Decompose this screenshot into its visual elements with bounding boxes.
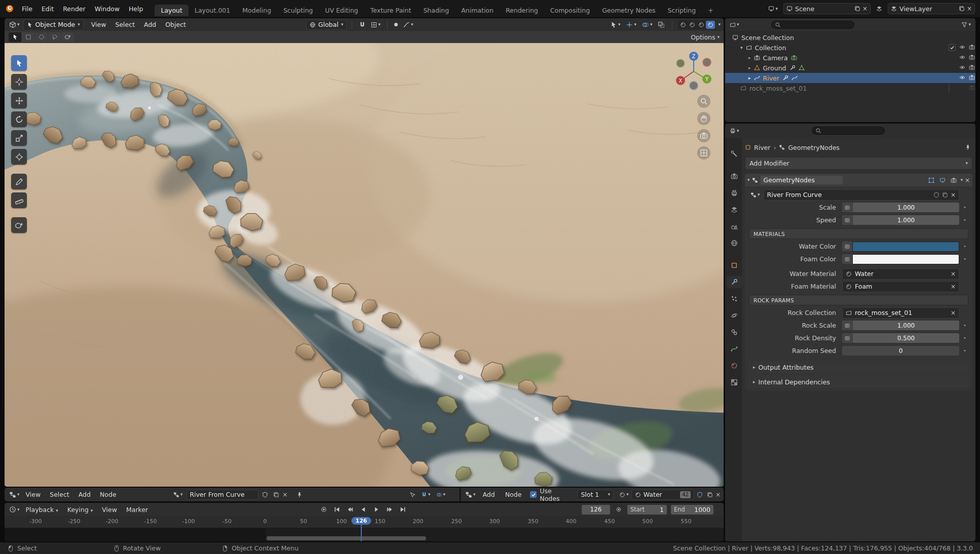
modifier-panel-header[interactable]: ▾ GeometryNodes ▾ × [745,174,972,186]
outliner-row-river[interactable]: ▸ River [725,73,975,83]
shading-rendered-button[interactable] [706,21,715,29]
material-fake-user-button[interactable] [695,491,704,499]
unlink-scene-icon[interactable]: × [862,6,868,12]
outliner-row-ground[interactable]: ▸ Ground [725,63,975,73]
node-tree-browse-button[interactable]: ▾ [172,491,184,499]
node-tree-name-field[interactable]: River From Curve [186,490,258,500]
expand-arrow-icon[interactable]: ▸ [748,76,751,81]
menu-add[interactable]: Add [139,21,161,28]
playhead-badge[interactable]: 126 [352,517,371,525]
tab-compositing[interactable]: Compositing [544,5,596,16]
tab-modifiers[interactable] [727,276,742,288]
outliner-row-collection[interactable]: ▾ Collection [725,43,975,53]
prev-keyframe-button[interactable] [345,505,355,514]
render-visibility-icon[interactable] [969,64,975,72]
tool-scale[interactable] [11,130,27,146]
scene-selector[interactable]: Scene × [783,3,871,14]
transform-orientation-dropdown[interactable]: Global ▾ [306,20,347,30]
modifier-extras-dropdown[interactable]: ▾ [960,178,963,182]
auto-key-button[interactable] [319,505,329,514]
viewport[interactable]: .rA{fill:url(#rockAg);stroke:#6b5640;str… [5,43,724,487]
node-unlink-button[interactable]: × [283,492,288,498]
shading-wireframe-button[interactable] [679,21,688,29]
breadcrumb-modifier[interactable]: GeometryNodes [788,144,839,151]
tab-scripting[interactable]: Scripting [662,5,702,16]
gizmos-dropdown[interactable]: ▾ [624,20,638,29]
fake-user-shield-icon[interactable] [933,192,939,198]
output-attributes-panel[interactable]: ▸ Output Attributes [749,361,968,373]
play-button[interactable] [371,505,382,514]
pin-id-button[interactable] [963,143,972,151]
tab-render[interactable] [727,170,742,182]
navigation-gizmo[interactable]: Z X Y [672,48,715,93]
menu-edit[interactable]: Edit [37,5,58,13]
tab-modeling[interactable]: Modeling [236,5,277,16]
select-box-button[interactable] [22,32,34,42]
tool-transform[interactable] [11,149,27,165]
unlink-water-material-icon[interactable]: × [951,271,956,277]
select-lasso-button[interactable] [48,32,61,42]
tool-rotate[interactable] [11,111,27,127]
tab-animation[interactable]: Animation [455,5,500,16]
menu-object[interactable]: Object [161,21,191,28]
viewlayer-selector[interactable]: ViewLayer × [888,3,975,14]
material-unlink-button[interactable]: × [715,492,721,498]
hide-eye-icon[interactable] [959,64,965,72]
hide-eye-icon[interactable] [959,74,965,82]
node-group-field[interactable]: River From Curve × [764,189,959,201]
new-viewlayer-icon[interactable] [959,6,965,12]
outliner-filter-button[interactable]: ▾ [960,21,972,29]
material-users-badge[interactable]: 42 [680,491,691,498]
tab-layout[interactable]: Layout [155,5,189,16]
play-reverse-button[interactable] [358,505,368,514]
outliner-search-input[interactable] [770,20,855,30]
snap-settings-dropdown[interactable]: ▾ [369,21,382,29]
node-editor-type-button[interactable]: ▾ [8,490,21,499]
tool-move[interactable] [11,93,27,108]
internal-dependencies-panel[interactable]: ▸ Internal Dependencies [749,376,968,388]
shader-menu-node[interactable]: Node [501,491,526,498]
foam-color-swatch[interactable] [852,254,959,264]
collection-exclude-checkbox[interactable] [949,85,950,92]
unlink-node-group-icon[interactable]: × [951,192,956,198]
expand-arrow-icon[interactable]: ▾ [740,46,743,50]
tab-layout-001[interactable]: Layout.001 [189,5,236,16]
tool-annotate[interactable] [11,174,27,189]
timeline-ruler[interactable]: -300 -250 -200 -150 -100 -50 0 50 100 15… [5,516,724,528]
outliner-row-camera[interactable]: ▸ Camera [725,53,975,63]
properties-editor-type-button[interactable]: ▾ [728,127,741,135]
use-nodes-checkbox[interactable] [530,491,537,498]
node-menu-select[interactable]: Select [45,491,74,498]
tab-sculpting[interactable]: Sculpting [277,5,319,16]
menu-render[interactable]: Render [58,5,90,13]
pan-button[interactable] [697,112,710,125]
outliner-row-rock-moss-set[interactable]: rock_moss_set_01 [725,83,975,93]
scene-browse-button[interactable]: ▾ [767,5,779,13]
unlink-rock-collection-icon[interactable]: × [951,310,956,316]
expand-arrow-icon[interactable]: ▸ [748,66,751,70]
rock-collection-field[interactable]: rock_moss_set_01 × [842,307,959,319]
material-name-field[interactable]: Water 42 [631,490,694,500]
node-menu-view[interactable]: View [21,491,46,498]
tab-world[interactable] [727,237,742,249]
render-visibility-icon[interactable] [969,74,975,82]
proportional-falloff-dropdown[interactable]: ▾ [401,20,415,29]
material-copy-button[interactable] [705,491,714,499]
current-frame-field[interactable]: 126 [582,505,610,515]
next-keyframe-button[interactable] [385,505,395,514]
keying-set-button[interactable] [614,505,623,513]
breadcrumb-object[interactable]: River [754,144,770,151]
timeline-menu-view[interactable]: View [97,506,122,513]
render-visibility-icon[interactable] [969,85,975,92]
snap-toggle-button[interactable] [357,20,367,29]
node-snap-button[interactable]: ▾ [420,491,432,499]
viewport-render[interactable]: .rA{fill:url(#rockAg);stroke:#6b5640;str… [5,43,724,487]
camera-view-button[interactable] [697,129,710,142]
shading-solid-button[interactable] [688,21,697,29]
tab-geometry-nodes[interactable]: Geometry Nodes [596,5,661,16]
menu-window[interactable]: Window [90,5,124,13]
node-fake-user-button[interactable] [260,491,270,499]
timeline-tracks[interactable] [5,528,724,541]
water-material-field[interactable]: Water × [842,268,959,280]
tab-texture[interactable] [727,376,742,388]
